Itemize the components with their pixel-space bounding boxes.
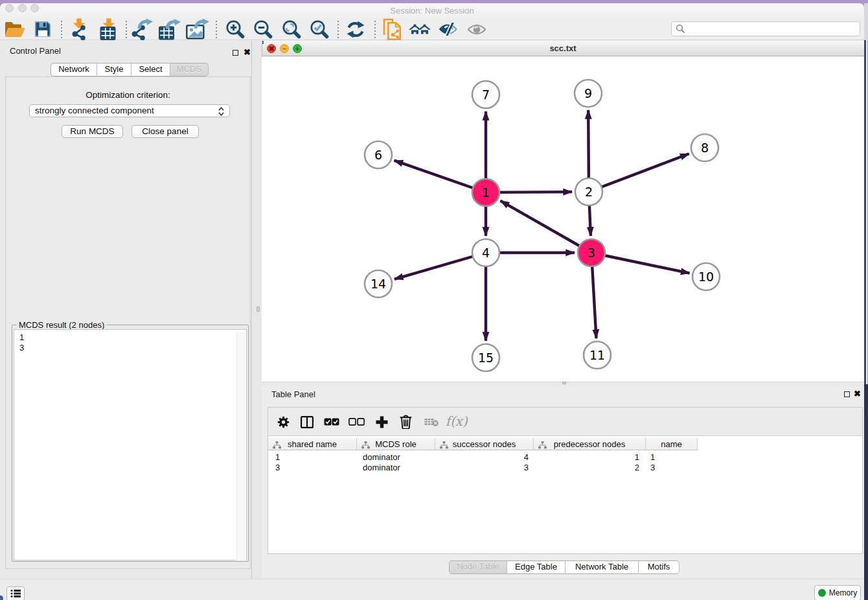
svg-text:9: 9 [584, 86, 592, 100]
delete-button[interactable] [394, 408, 417, 436]
import-table-button[interactable] [95, 18, 120, 40]
horizontal-splitter-handle[interactable] [562, 382, 566, 384]
import-network-button[interactable] [66, 18, 92, 40]
refresh-icon [346, 20, 365, 39]
column-header-name[interactable]: name [646, 438, 698, 450]
edge-3-10[interactable] [591, 253, 690, 273]
table-panel-close-icon[interactable]: ✖ [854, 389, 861, 398]
tab-network-table[interactable]: Network Table [565, 560, 639, 574]
node-2[interactable]: 2 [575, 178, 602, 205]
delete-table-icon [424, 417, 439, 426]
show-all-icon [468, 25, 486, 34]
export-table-button[interactable] [157, 18, 183, 40]
memory-button[interactable]: Memory [814, 585, 861, 600]
select-all-button[interactable] [320, 408, 343, 436]
clone-network-button[interactable] [380, 18, 405, 40]
export-image-button[interactable] [185, 18, 211, 40]
control-panel-close-icon[interactable]: ✖ [244, 48, 251, 56]
main-toolbar [0, 18, 864, 40]
column-header-predecessor-nodes[interactable]: predecessor nodes [534, 438, 646, 450]
zoom-selected-button[interactable] [306, 18, 332, 40]
zoom-out-button[interactable] [250, 18, 276, 40]
toolbar-separator [337, 21, 339, 38]
table-row[interactable]: 3dominator323 [268, 463, 862, 473]
node-6[interactable]: 6 [365, 141, 392, 168]
tab-select[interactable]: Select [131, 63, 170, 76]
node-4[interactable]: 4 [472, 239, 499, 266]
network-frame-titlebar[interactable]: scc.txt ✖ − + [262, 41, 864, 56]
import-table-icon [99, 18, 117, 40]
tab-motifs[interactable]: Motifs [639, 560, 680, 574]
node-1[interactable]: 1 [472, 179, 499, 206]
desktop-edge-top [864, 3, 868, 40]
export-table-icon [159, 18, 181, 40]
control-panel-float-icon[interactable] [233, 47, 238, 58]
node-11[interactable]: 11 [584, 341, 611, 369]
frame-close-button[interactable]: ✖ [267, 44, 276, 53]
search-icon [676, 24, 685, 34]
export-network-button[interactable] [129, 18, 155, 40]
frame-minimize-button[interactable]: − [280, 44, 289, 53]
settings-button[interactable] [271, 408, 295, 436]
cell: 2 [534, 463, 646, 473]
svg-text:14: 14 [371, 277, 386, 291]
edge-1-6[interactable] [394, 161, 486, 192]
result-scrollbar[interactable] [236, 332, 246, 560]
run-mcds-button[interactable]: Run MCDS [62, 125, 123, 138]
node-8[interactable]: 8 [691, 134, 718, 161]
table-panel-float-icon[interactable] [844, 388, 850, 400]
node-7[interactable]: 7 [472, 81, 499, 108]
edge-3-1[interactable] [501, 201, 591, 253]
frame-zoom-button[interactable]: + [293, 44, 302, 53]
search-input[interactable] [671, 21, 860, 36]
cell: dominator [357, 452, 435, 463]
node-3[interactable]: 3 [578, 239, 605, 266]
hide-selected-button[interactable] [435, 18, 461, 40]
tab-network[interactable]: Network [51, 63, 97, 76]
save-session-icon [34, 20, 52, 38]
cell: 3 [646, 463, 698, 473]
tab-mcds[interactable]: MCDS [170, 63, 209, 76]
tab-style[interactable]: Style [97, 63, 131, 76]
node-10[interactable]: 10 [692, 263, 720, 290]
show-all-button[interactable] [464, 18, 490, 40]
mcds-result-text[interactable]: 13 [14, 329, 247, 560]
table-row[interactable]: 1dominator411 [268, 452, 862, 463]
refresh-button[interactable] [343, 18, 369, 40]
svg-text:7: 7 [482, 87, 490, 102]
svg-text:1: 1 [482, 185, 490, 200]
node-9[interactable]: 9 [575, 80, 602, 107]
control-panel-title: Control Panel [10, 46, 61, 56]
first-neighbors-button[interactable] [407, 18, 433, 40]
zoom-fit-button[interactable] [279, 18, 304, 40]
memory-label: Memory [829, 588, 857, 597]
columns-button[interactable] [295, 408, 319, 436]
app-window: Session: New Session Control Panel ✖ Net… [0, 3, 864, 600]
table-toolbar: f(x) [268, 408, 862, 436]
svg-text:11: 11 [589, 348, 605, 362]
node-14[interactable]: 14 [365, 270, 392, 297]
open-session-button[interactable] [1, 18, 27, 40]
control-panel: Control Panel ✖ NetworkStyleSelectMCDS O… [0, 41, 252, 579]
svg-text:8: 8 [701, 141, 709, 155]
select-all-icon [324, 418, 339, 426]
column-header-successor-nodes[interactable]: successor nodes [435, 438, 534, 450]
deselect-all-button[interactable] [345, 408, 368, 436]
vertical-splitter-handle[interactable] [257, 306, 260, 312]
tab-node-table[interactable]: Node Table [449, 560, 507, 574]
column-header-shared-name[interactable]: shared name [268, 438, 357, 450]
tab-edge-table[interactable]: Edge Table [507, 560, 565, 574]
close-panel-button[interactable]: Close panel [131, 125, 199, 138]
column-header-MCDS-role[interactable]: MCDS role [357, 438, 435, 450]
export-network-icon [131, 18, 153, 40]
add-button[interactable] [370, 408, 393, 436]
cell: 4 [435, 452, 534, 463]
zoom-in-button[interactable] [222, 18, 248, 40]
network-canvas[interactable]: 1234678910111415 [262, 57, 864, 382]
task-history-button[interactable] [6, 586, 25, 600]
toolbar-separator [126, 21, 127, 38]
node-15[interactable]: 15 [472, 344, 499, 371]
edge-2-8[interactable] [589, 154, 689, 192]
save-session-button[interactable] [30, 18, 56, 40]
optimization-select[interactable]: strongly connected component [29, 104, 230, 117]
